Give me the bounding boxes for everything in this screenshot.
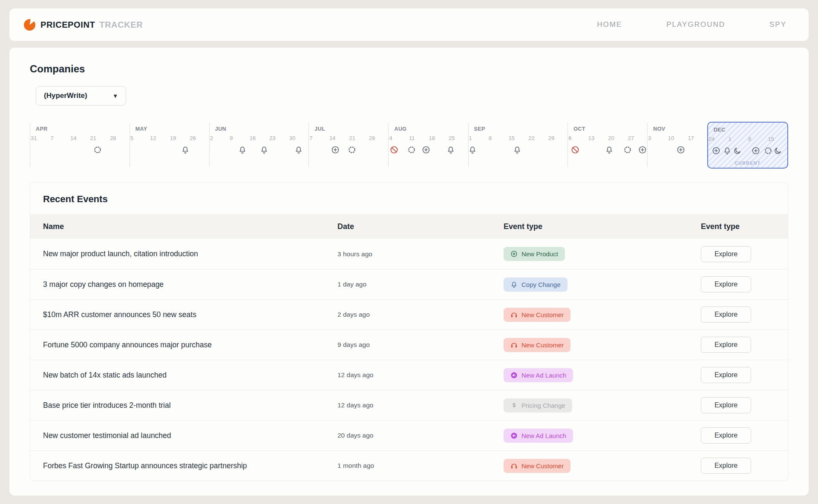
column-header-3: Event type	[701, 222, 775, 231]
timeline-tick: 7	[50, 135, 70, 141]
nav-item-home[interactable]: HOME	[597, 20, 622, 29]
timeline-tick: 28	[369, 135, 389, 141]
event-type-badge: New Customer	[504, 308, 570, 322]
timeline-event[interactable]	[260, 146, 268, 154]
timeline-event[interactable]	[407, 146, 416, 154]
timeline-ticks: 4111825	[389, 135, 468, 141]
event-type-badge: New Customer	[504, 459, 570, 473]
timeline-tick: 14	[70, 135, 90, 141]
timeline-event[interactable]	[774, 146, 782, 155]
explore-button[interactable]: Explore	[701, 427, 751, 444]
megaphone-icon	[510, 432, 518, 439]
timeline-event[interactable]	[513, 146, 521, 154]
plus-circle-icon	[638, 146, 647, 154]
explore-button[interactable]: Explore	[701, 276, 751, 292]
event-date: 20 days ago	[337, 432, 504, 439]
column-header-1: Date	[337, 222, 504, 231]
timeline-event[interactable]	[733, 146, 742, 155]
timeline-tick: 7	[309, 135, 329, 141]
timeline-ticks: 241815	[708, 136, 787, 142]
event-type-label: Copy Change	[521, 281, 561, 288]
timeline-tick: 30	[289, 135, 309, 141]
ban-icon	[390, 146, 398, 154]
timeline-month-sep: SEP18152229	[468, 123, 568, 167]
spinner-icon	[764, 146, 772, 155]
timeline-event[interactable]	[712, 146, 720, 155]
timeline-tick: 3	[648, 135, 668, 141]
explore-button[interactable]: Explore	[701, 397, 751, 413]
event-type-badge: New Product	[504, 247, 565, 261]
timeline-tick: 27	[628, 135, 648, 141]
company-select[interactable]: (HyperWrite) ▼	[36, 86, 126, 106]
timeline-event[interactable]	[390, 146, 398, 154]
event-type-cell: New Customer	[504, 459, 701, 473]
timeline-tick: 22	[528, 135, 548, 141]
event-type-cell: New Ad Launch	[504, 368, 701, 382]
timeline-event[interactable]	[468, 146, 477, 154]
event-date: 12 days ago	[337, 371, 504, 379]
page-title: Companies	[30, 63, 788, 75]
page: PRICEPOINT TRACKER HOMEPLAYGROUNDSPY Com…	[0, 0, 818, 504]
timeline-event[interactable]	[764, 146, 772, 155]
explore-button[interactable]: Explore	[701, 306, 751, 323]
timeline-tick: 21	[90, 135, 110, 141]
explore-button[interactable]: Explore	[701, 458, 751, 474]
timeline-event[interactable]	[348, 146, 356, 154]
timeline-events	[469, 145, 568, 162]
timeline-event[interactable]	[331, 146, 340, 154]
timeline-event[interactable]	[605, 146, 614, 154]
dollar-icon	[510, 402, 518, 409]
nav-item-playground[interactable]: PLAYGROUND	[666, 20, 725, 29]
table-row: Base price tier introduces 2-month trial…	[30, 390, 788, 420]
timeline-tick: 29	[548, 135, 568, 141]
timeline-event[interactable]	[422, 146, 430, 154]
event-name: New major product launch, citation intro…	[43, 249, 337, 258]
timeline-event[interactable]	[294, 146, 303, 154]
current-period-label: CURRENT	[708, 160, 787, 166]
timeline-month-label: OCT	[573, 126, 647, 132]
event-type-cell: New Customer	[504, 338, 701, 352]
nav-item-spy[interactable]: SPY	[769, 20, 786, 29]
timeline-event[interactable]	[571, 146, 579, 154]
timeline-tick: 8	[748, 136, 768, 142]
explore-button[interactable]: Explore	[701, 367, 751, 383]
timeline-event[interactable]	[723, 146, 732, 155]
timeline-event[interactable]	[238, 146, 247, 154]
timeline-event[interactable]	[446, 146, 455, 154]
timeline-event[interactable]	[677, 146, 685, 154]
column-header-0: Name	[43, 222, 337, 231]
section-title: Recent Events	[30, 183, 788, 214]
table-row: New customer testimonial ad launched20 d…	[30, 420, 788, 450]
event-name: Fortune 5000 company announces major pur…	[43, 341, 337, 349]
event-type-badge: New Ad Launch	[504, 429, 573, 443]
explore-button[interactable]: Explore	[701, 246, 751, 262]
timeline-events	[309, 145, 388, 162]
event-date: 2 days ago	[337, 311, 504, 318]
action-cell: Explore	[701, 458, 775, 474]
timeline-tick: 1	[469, 135, 489, 141]
timeline-tick: 1	[728, 136, 748, 142]
event-type-label: Pricing Change	[521, 402, 565, 409]
timeline-tick: 21	[349, 135, 369, 141]
event-type-badge: Copy Change	[504, 278, 567, 292]
column-header-2: Event type	[504, 222, 701, 231]
headphones-icon	[510, 341, 518, 349]
event-name: Forbes Fast Growing Startup announces st…	[43, 461, 337, 470]
timeline-event[interactable]	[638, 146, 647, 154]
timeline-event[interactable]	[181, 146, 190, 154]
timeline-event[interactable]	[623, 146, 632, 154]
timeline-month-label: MAY	[135, 126, 209, 132]
timeline-tick: 13	[588, 135, 608, 141]
timeline-event[interactable]	[93, 146, 102, 154]
timeline-event[interactable]	[752, 146, 760, 155]
bell-icon	[510, 281, 518, 288]
brand-name: PRICEPOINT	[40, 20, 95, 30]
timeline-tick: 15	[767, 136, 787, 142]
timeline-tick: 18	[429, 135, 449, 141]
explore-button[interactable]: Explore	[701, 337, 751, 353]
timeline-month-dec[interactable]: DEC241815CURRENT	[707, 122, 788, 169]
brand[interactable]: PRICEPOINT TRACKER	[24, 19, 143, 31]
action-cell: Explore	[701, 306, 775, 323]
table-row: Forbes Fast Growing Startup announces st…	[30, 450, 788, 481]
event-name: Base price tier introduces 2-month trial	[43, 401, 337, 410]
